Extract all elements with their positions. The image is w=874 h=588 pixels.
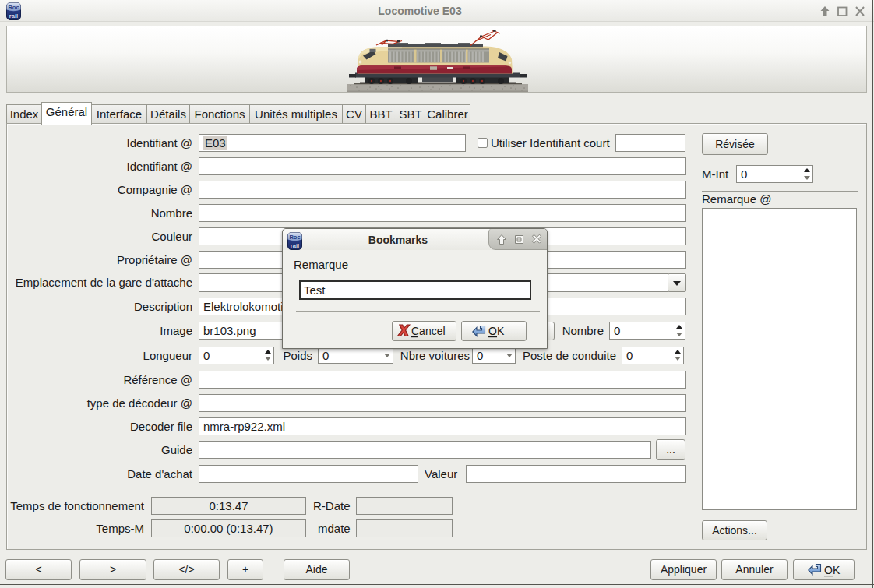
svg-text:Cancel: Cancel [411, 325, 446, 337]
svg-text:OK: OK [488, 325, 505, 337]
svg-text:OK: OK [824, 564, 841, 576]
svg-text:rail: rail [291, 242, 299, 249]
svg-text:Roc: Roc [289, 234, 300, 241]
